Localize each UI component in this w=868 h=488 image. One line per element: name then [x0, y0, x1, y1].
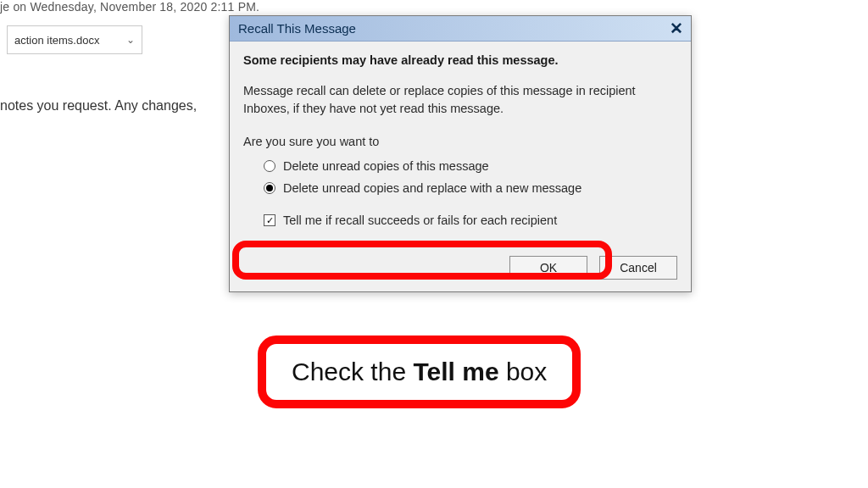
dialog-body: Some recipients may have already read th…	[230, 42, 691, 237]
dialog-button-row: OK Cancel	[230, 237, 691, 291]
attachment-chip[interactable]: action items.docx ⌄	[7, 25, 142, 54]
dialog-titlebar: Recall This Message ✕	[230, 16, 691, 42]
radio-icon[interactable]	[264, 160, 275, 172]
cancel-button[interactable]: Cancel	[599, 256, 677, 280]
option-delete-label: Delete unread copies of this message	[283, 159, 489, 173]
callout-pre: Check the	[292, 358, 413, 385]
email-timestamp-fragment: je on Wednesday, November 18, 2020 2:11 …	[0, 0, 259, 14]
callout-bold: Tell me	[413, 358, 498, 385]
dialog-prompt: Are you sure you want to	[243, 133, 677, 151]
tell-me-checkbox-row[interactable]: ✓ Tell me if recall succeeds or fails fo…	[264, 214, 677, 227]
email-body-fragment: notes you request. Any changes,	[0, 98, 197, 114]
dialog-warning: Some recipients may have already read th…	[243, 53, 677, 67]
attachment-filename: action items.docx	[14, 34, 99, 47]
dialog-title: Recall This Message	[238, 21, 356, 36]
option-replace-label: Delete unread copies and replace with a …	[283, 181, 581, 195]
option-replace-message[interactable]: Delete unread copies and replace with a …	[264, 181, 677, 195]
chevron-down-icon[interactable]: ⌄	[126, 34, 135, 46]
dialog-explanation: Message recall can delete or replace cop…	[243, 82, 677, 118]
checkbox-checked-icon[interactable]: ✓	[264, 214, 275, 226]
close-icon[interactable]: ✕	[667, 19, 686, 38]
instruction-callout: Check the Tell me box	[258, 336, 581, 408]
recall-message-dialog: Recall This Message ✕ Some recipients ma…	[229, 15, 692, 292]
option-delete-unread[interactable]: Delete unread copies of this message	[264, 159, 677, 173]
ok-button[interactable]: OK	[509, 256, 587, 280]
tell-me-label: Tell me if recall succeeds or fails for …	[283, 214, 557, 227]
callout-post: box	[499, 358, 548, 385]
radio-icon-selected[interactable]	[264, 182, 275, 194]
